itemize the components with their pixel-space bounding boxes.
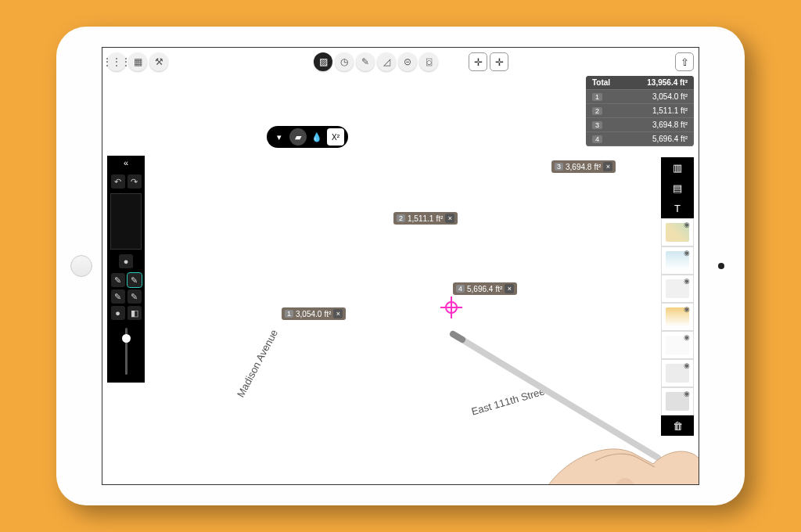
close-icon[interactable]: × — [445, 214, 454, 223]
camera-icon[interactable]: ⌼ — [419, 52, 438, 71]
area-total-row: Total 13,956.4 ft² — [586, 76, 694, 90]
credit-label: Drawing by Jim Keen — [47, 0, 59, 27]
area-total-label: Total — [592, 78, 610, 87]
visibility-icon[interactable]: ◉ — [684, 333, 691, 341]
layer-thumb[interactable]: ◉ — [661, 303, 694, 331]
svg-line-30 — [286, 372, 340, 390]
fill-toolbar: ▾ ▰ 💧 X² — [267, 126, 348, 148]
svg-point-16 — [375, 250, 394, 269]
svg-marker-13 — [555, 216, 648, 381]
layer-thumb[interactable]: ◉ — [661, 359, 694, 387]
target-icon[interactable]: ✛ — [469, 52, 487, 71]
nib1-icon[interactable]: ✎ — [111, 273, 125, 287]
ipad-camera — [718, 263, 724, 269]
nib2-icon[interactable]: ✎ — [128, 273, 142, 287]
svg-marker-6 — [282, 158, 384, 252]
svg-marker-5 — [189, 225, 360, 297]
svg-point-34 — [614, 478, 636, 485]
layer-thumb[interactable]: ◉ — [661, 331, 694, 359]
layer-thumb[interactable]: ◉ — [661, 387, 694, 415]
apps-icon[interactable]: ▦ — [128, 52, 147, 71]
close-icon[interactable]: × — [505, 284, 514, 293]
x2-button[interactable]: X² — [327, 128, 344, 146]
top-center-toolbar: ▨ ◷ ✎ ◿ ⊝ ⌼ — [314, 52, 438, 71]
ipad-home-button[interactable] — [70, 255, 92, 277]
close-icon[interactable]: × — [603, 162, 612, 171]
street-label-madison: Madison Avenue — [235, 328, 280, 400]
close-icon[interactable]: × — [333, 309, 343, 318]
layer-thumb[interactable]: ◉ — [661, 218, 694, 246]
visibility-icon[interactable]: ◉ — [684, 249, 691, 257]
visibility-icon[interactable]: ◉ — [684, 390, 691, 397]
canvas-area-label[interactable]: 45,696.4ft²× — [453, 282, 517, 295]
svg-line-27 — [267, 390, 321, 408]
app-screen: Madison Avenue East 111th Street ⋮⋮⋮ ▦ ⚒… — [102, 47, 699, 485]
area-row[interactable]: 33,694.8 ft² — [586, 118, 694, 132]
area-row[interactable]: 21,511.1 ft² — [586, 104, 694, 118]
top-left-toolbar: ⋮⋮⋮ ▦ ⚒ — [107, 52, 168, 71]
svg-point-31 — [446, 302, 457, 313]
layer-add-icon[interactable]: ▥ — [661, 157, 694, 178]
eraser-icon[interactable]: ◧ — [128, 306, 142, 320]
grid-icon[interactable]: ⋮⋮⋮ — [107, 52, 126, 71]
svg-marker-2 — [430, 289, 664, 483]
canvas-area-label[interactable]: 21,511.1ft²× — [393, 212, 458, 225]
layer-text-icon[interactable]: T — [661, 198, 694, 218]
crosshair-icon — [440, 297, 462, 318]
area-total-panel: Total 13,956.4 ft² 13,054.0 ft² 21,511.1… — [586, 76, 694, 146]
target2-icon[interactable]: ✛ — [490, 52, 508, 71]
guide-toolbar: ✛ ✛ — [469, 52, 508, 71]
svg-point-15 — [357, 255, 379, 277]
settings-icon[interactable]: ⚒ — [149, 52, 168, 71]
svg-marker-0 — [149, 188, 664, 469]
svg-line-28 — [273, 384, 328, 401]
area-row[interactable]: 45,696.4 ft² — [586, 132, 694, 146]
bucket-icon[interactable]: ▰ — [289, 128, 307, 146]
svg-marker-24 — [259, 376, 275, 394]
nib4-icon[interactable]: ✎ — [128, 289, 142, 304]
size-slider[interactable] — [125, 328, 128, 375]
canvas-area-label[interactable]: 13,054.0ft²× — [282, 307, 346, 320]
visibility-icon[interactable]: ◉ — [684, 361, 691, 369]
svg-marker-7 — [383, 149, 446, 253]
svg-line-29 — [279, 378, 334, 395]
svg-marker-21 — [284, 176, 300, 194]
undo-icon[interactable]: ↶ — [111, 174, 125, 189]
area-row[interactable]: 13,054.0 ft² — [586, 90, 694, 104]
hatch-icon[interactable]: ▨ — [314, 52, 332, 71]
visibility-icon[interactable]: ◉ — [684, 277, 691, 285]
fill-dropdown-icon[interactable]: ▾ — [271, 128, 288, 146]
ipad-frame: Madison Avenue East 111th Street ⋮⋮⋮ ▦ ⚒… — [56, 27, 745, 505]
canvas-area-label[interactable]: 33,694.8ft²× — [551, 160, 616, 173]
layer-thumb[interactable]: ◉ — [661, 275, 694, 303]
pen-icon[interactable]: ✎ — [356, 52, 375, 71]
street-label-east: East 111th Street — [470, 384, 549, 417]
angle-icon[interactable]: ◿ — [377, 52, 396, 71]
collapse-icon[interactable]: « — [107, 156, 145, 170]
layer-thumb[interactable]: ◉ — [661, 246, 694, 275]
svg-marker-25 — [393, 397, 408, 414]
marker-icon[interactable]: ● — [111, 306, 125, 320]
brush-panel: « ↶ ↷ ● ✎ ✎ ✎ ✎ ● ◧ — [107, 153, 145, 383]
clock-icon[interactable]: ◷ — [335, 52, 354, 71]
svg-marker-22 — [352, 160, 368, 178]
nib3-icon[interactable]: ✎ — [111, 289, 125, 304]
svg-marker-1 — [149, 383, 430, 483]
svg-marker-23 — [452, 132, 469, 148]
share-toolbar: ⇧ — [675, 52, 694, 71]
drop-icon[interactable]: 💧 — [308, 128, 325, 146]
visibility-icon[interactable]: ◉ — [684, 221, 691, 228]
svg-marker-9 — [438, 109, 548, 198]
svg-marker-3 — [189, 264, 298, 374]
share-icon[interactable]: ⇧ — [675, 52, 694, 71]
redo-icon[interactable]: ↷ — [128, 174, 142, 189]
visibility-icon[interactable]: ◉ — [684, 305, 691, 313]
circle-icon[interactable]: ⊝ — [398, 52, 417, 71]
color-dot-icon[interactable]: ● — [119, 254, 133, 268]
layer-panel: ▥ ▤ T ◉ ◉ ◉ ◉ ◉ ◉ ◉ 🗑 — [661, 157, 694, 436]
layer-image-icon[interactable]: ▤ — [661, 178, 694, 198]
svg-point-17 — [395, 239, 415, 259]
svg-marker-14 — [413, 180, 648, 282]
layer-delete-icon[interactable]: 🗑 — [661, 415, 694, 436]
svg-marker-12 — [413, 241, 555, 381]
